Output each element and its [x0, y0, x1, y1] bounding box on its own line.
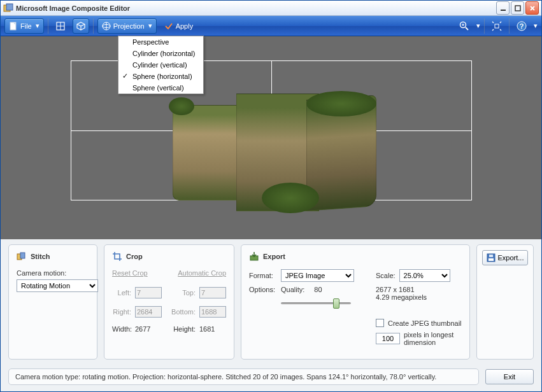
export-dims: 2677 x 1681: [376, 286, 462, 293]
fit-view-button[interactable]: [489, 18, 505, 34]
export-mp: 4.29 megapixels: [376, 293, 462, 301]
projection-option-label: Cylinder (vertical): [132, 61, 187, 69]
svg-rect-16: [489, 258, 494, 261]
width-label: Width:: [112, 325, 131, 333]
projection-dropdown: PerspectiveCylinder (horizontal)Cylinder…: [118, 36, 204, 94]
svg-rect-9: [495, 24, 499, 28]
check-icon: [164, 22, 173, 31]
status-text: Camera motion type: rotating motion. Pro…: [8, 368, 479, 385]
help-button[interactable]: ?: [513, 18, 530, 34]
projection-option[interactable]: Perspective: [118, 36, 203, 48]
crop-bottom-input: [199, 306, 226, 318]
chevron-down-icon[interactable]: ▾: [534, 22, 538, 30]
chevron-down-icon: ▾: [36, 22, 39, 30]
format-label: Format:: [249, 272, 277, 279]
close-button[interactable]: [525, 1, 539, 15]
export-icon: [249, 251, 259, 262]
quality-value: 80: [314, 286, 322, 293]
check-icon: ✓: [122, 72, 128, 80]
stitch-title: Stitch: [31, 253, 50, 260]
options-label: Options:: [249, 286, 277, 293]
left-label: Left:: [112, 289, 131, 297]
crop-right-input: [135, 306, 162, 318]
crop-height-value: 1681: [199, 325, 215, 333]
crop-panel: Crop Reset Crop Automatic Crop Left: Top…: [104, 244, 234, 360]
panels-row: Stitch Camera motion: Rotating Motion Cr…: [1, 239, 541, 365]
svg-rect-1: [6, 4, 13, 10]
app-window: Microsoft Image Composite Editor File ▾ …: [0, 0, 542, 392]
crop-left-input: [135, 287, 162, 298]
thumbnail-size-input[interactable]: [376, 333, 400, 344]
format-select[interactable]: JPEG Image: [281, 269, 354, 282]
minimize-button[interactable]: [496, 1, 510, 15]
export-button-label: Export...: [498, 254, 524, 262]
scale-label: Scale:: [376, 272, 396, 279]
svg-text:?: ?: [520, 22, 524, 30]
height-label: Height:: [170, 325, 196, 333]
svg-rect-2: [501, 10, 506, 11]
apply-button[interactable]: Apply: [160, 18, 197, 34]
quality-slider[interactable]: [281, 297, 351, 309]
stitch-panel: Stitch Camera motion: Rotating Motion: [8, 244, 97, 360]
camera-motion-label: Camera motion:: [17, 269, 89, 277]
export-button[interactable]: Export...: [482, 250, 528, 265]
projection-label: Projection: [113, 22, 145, 30]
status-bar: Camera motion type: rotating motion. Pro…: [1, 365, 541, 391]
stitch-icon: [17, 251, 27, 262]
window-title: Microsoft Image Composite Editor: [16, 4, 496, 12]
chevron-down-icon: ▾: [148, 22, 152, 30]
crop-top-input: [199, 287, 226, 298]
title-bar: Microsoft Image Composite Editor: [1, 1, 541, 16]
window-controls: [496, 1, 539, 15]
maximize-button[interactable]: [511, 1, 524, 15]
svg-rect-13: [20, 253, 25, 258]
projection-option[interactable]: Sphere (vertical): [118, 82, 203, 94]
chevron-down-icon[interactable]: ▾: [476, 22, 480, 30]
thumbnail-suffix: pixels in longest dimension: [404, 331, 461, 346]
new-stitch-button[interactable]: [52, 18, 69, 34]
projection-option-label: Sphere (vertical): [132, 84, 184, 92]
crop-width-value: 2677: [135, 325, 150, 333]
quality-label: Quality:: [281, 286, 304, 293]
scale-select[interactable]: 25.0%: [399, 269, 450, 282]
disk-icon: [487, 253, 496, 262]
file-label: File: [20, 22, 32, 30]
cube-view-button[interactable]: [73, 18, 89, 34]
svg-rect-3: [515, 6, 520, 11]
zoom-button[interactable]: [456, 18, 473, 34]
projection-option[interactable]: ✓Sphere (horizontal): [118, 71, 203, 82]
thumbnail-label: Create JPEG thumbnail: [388, 319, 462, 327]
panorama-preview: [173, 94, 376, 221]
crop-icon: [112, 251, 122, 262]
globe-icon: [102, 22, 111, 31]
exit-button[interactable]: Exit: [485, 369, 534, 384]
crop-title: Crop: [126, 253, 143, 260]
bottom-label: Bottom:: [170, 308, 196, 316]
file-menu-button[interactable]: File ▾: [4, 18, 44, 34]
top-label: Top:: [170, 289, 196, 297]
auto-crop-link[interactable]: Automatic Crop: [178, 269, 226, 277]
canvas[interactable]: [1, 36, 541, 239]
export-button-panel: Export...: [476, 244, 534, 360]
reset-crop-link[interactable]: Reset Crop: [112, 269, 148, 277]
projection-option[interactable]: Cylinder (vertical): [118, 59, 203, 71]
toolbar: File ▾ Projection ▾ Apply ▾ ?: [1, 16, 541, 36]
projection-option-label: Cylinder (horizontal): [132, 50, 195, 57]
projection-option[interactable]: Cylinder (horizontal): [118, 48, 203, 59]
camera-motion-select[interactable]: Rotating Motion: [17, 279, 98, 292]
export-panel: Export Format:JPEG Image Options: Qualit…: [241, 244, 470, 360]
export-title: Export: [263, 253, 285, 260]
file-icon: [9, 22, 18, 31]
svg-rect-17: [489, 255, 493, 257]
projection-menu-button[interactable]: Projection ▾: [97, 18, 157, 34]
apply-label: Apply: [176, 22, 194, 30]
projection-option-label: Perspective: [132, 38, 169, 46]
right-label: Right:: [112, 308, 131, 316]
thumbnail-checkbox[interactable]: [376, 319, 384, 327]
projection-option-label: Sphere (horizontal): [132, 73, 192, 80]
app-icon: [3, 3, 13, 13]
